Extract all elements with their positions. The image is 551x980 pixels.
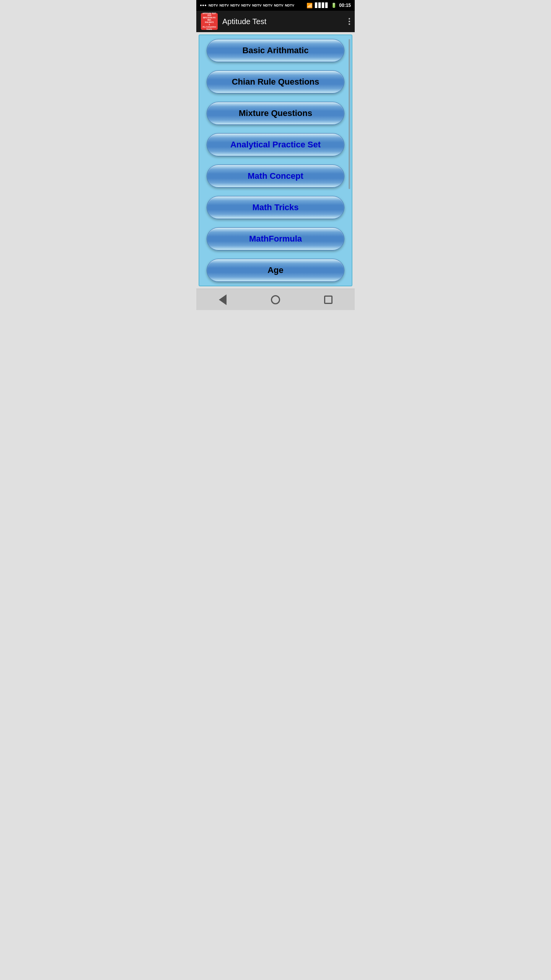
app-bar: APTITUDE TEST2015IBPS-BANK-POMBARAILWAYS… [196,11,355,32]
app-logo: APTITUDE TEST2015IBPS-BANK-POMBARAILWAYS… [201,13,218,30]
ndtv-logos: NDTV NDTV NDTV NDTV NDTV NDTV NDTV NDTV [209,3,294,7]
nav-back-button[interactable] [215,293,230,306]
scrollbar[interactable] [349,39,350,189]
battery-icon: 🔋 [331,3,337,8]
nav-recent-button[interactable] [321,293,336,306]
menu-item-mixture-questions[interactable]: Mixture Questions [207,102,344,125]
status-right: 📶 ▋▋▋▋ 🔋 00:15 [306,3,351,8]
recent-icon [324,296,333,304]
more-options-button[interactable] [349,18,350,25]
home-icon [271,295,280,304]
status-dot-3 [205,5,206,6]
time-display: 00:15 [339,3,351,8]
menu-item-math-tricks[interactable]: Math Tricks [207,196,344,219]
status-dot-2 [202,5,204,6]
app-title: Aptitude Test [222,17,349,26]
menu-item-math-formula[interactable]: MathFormula [207,227,344,250]
wifi-icon: 📶 [306,3,313,8]
nav-bar [196,289,355,310]
menu-item-analytical-practice-set[interactable]: Analytical Practice Set [207,133,344,156]
signal-icon: ▋▋▋▋ [315,3,329,8]
nav-home-button[interactable] [268,293,283,306]
menu-item-age[interactable]: Age [207,259,344,282]
menu-item-basic-arithmatic[interactable]: Basic Arithmatic [207,39,344,62]
menu-item-chian-rule[interactable]: Chian Rule Questions [207,70,344,93]
status-left: NDTV NDTV NDTV NDTV NDTV NDTV NDTV NDTV [200,3,294,7]
main-content: Basic Arithmatic Chian Rule Questions Mi… [199,34,352,286]
status-dot-1 [200,5,202,6]
status-bar: NDTV NDTV NDTV NDTV NDTV NDTV NDTV NDTV … [196,0,355,11]
menu-item-math-concept[interactable]: Math Concept [207,165,344,188]
status-dots [200,5,206,6]
back-icon [219,294,227,305]
